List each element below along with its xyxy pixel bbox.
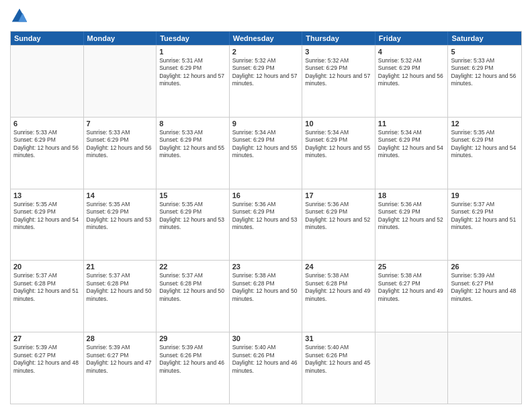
day-info: Sunrise: 5:33 AM Sunset: 6:29 PM Dayligh… (159, 129, 226, 160)
day-number: 29 (159, 334, 226, 342)
weekday-header: Wednesday (230, 32, 303, 45)
logo-icon (10, 7, 29, 26)
day-info: Sunrise: 5:37 AM Sunset: 6:29 PM Dayligh… (451, 201, 519, 232)
day-number: 25 (378, 263, 445, 271)
day-number: 7 (87, 120, 154, 128)
calendar-cell: 5Sunrise: 5:33 AM Sunset: 6:29 PM Daylig… (448, 46, 521, 117)
calendar-cell: 29Sunrise: 5:39 AM Sunset: 6:26 PM Dayli… (157, 332, 230, 404)
calendar-cell (84, 46, 157, 117)
day-number: 16 (232, 191, 300, 199)
calendar-cell: 19Sunrise: 5:37 AM Sunset: 6:29 PM Dayli… (448, 189, 521, 261)
day-number: 26 (451, 263, 519, 271)
weekday-header: Friday (375, 32, 449, 45)
day-number: 3 (305, 48, 372, 56)
day-info: Sunrise: 5:35 AM Sunset: 6:29 PM Dayligh… (451, 129, 519, 160)
calendar-cell: 31Sunrise: 5:40 AM Sunset: 6:26 PM Dayli… (302, 332, 375, 404)
day-number: 15 (159, 191, 226, 199)
day-number: 11 (378, 120, 445, 128)
day-info: Sunrise: 5:38 AM Sunset: 6:28 PM Dayligh… (305, 272, 372, 303)
calendar-cell: 16Sunrise: 5:36 AM Sunset: 6:29 PM Dayli… (230, 189, 303, 261)
day-number: 20 (13, 263, 81, 271)
calendar-cell: 11Sunrise: 5:34 AM Sunset: 6:29 PM Dayli… (375, 118, 449, 189)
day-info: Sunrise: 5:37 AM Sunset: 6:28 PM Dayligh… (159, 272, 226, 303)
day-number: 8 (159, 120, 226, 128)
calendar-cell: 13Sunrise: 5:35 AM Sunset: 6:29 PM Dayli… (11, 189, 84, 261)
logo (10, 7, 32, 26)
day-number: 21 (87, 263, 154, 271)
day-number: 6 (13, 120, 81, 128)
calendar: SundayMondayTuesdayWednesdayThursdayFrid… (10, 31, 522, 404)
day-number: 28 (87, 334, 154, 342)
weekday-header: Saturday (448, 32, 521, 45)
calendar-cell: 22Sunrise: 5:37 AM Sunset: 6:28 PM Dayli… (157, 261, 230, 332)
day-info: Sunrise: 5:33 AM Sunset: 6:29 PM Dayligh… (87, 129, 154, 160)
calendar-cell: 1Sunrise: 5:31 AM Sunset: 6:29 PM Daylig… (157, 46, 230, 117)
calendar-cell: 25Sunrise: 5:38 AM Sunset: 6:27 PM Dayli… (375, 261, 449, 332)
day-number: 19 (451, 191, 519, 199)
day-info: Sunrise: 5:39 AM Sunset: 6:27 PM Dayligh… (451, 272, 519, 303)
day-info: Sunrise: 5:39 AM Sunset: 6:27 PM Dayligh… (87, 344, 154, 375)
calendar-cell: 23Sunrise: 5:38 AM Sunset: 6:28 PM Dayli… (230, 261, 303, 332)
day-number: 4 (378, 48, 445, 56)
calendar-row: 13Sunrise: 5:35 AM Sunset: 6:29 PM Dayli… (11, 189, 521, 261)
calendar-row: 27Sunrise: 5:39 AM Sunset: 6:27 PM Dayli… (11, 332, 521, 404)
day-info: Sunrise: 5:34 AM Sunset: 6:29 PM Dayligh… (305, 129, 372, 160)
day-number: 13 (13, 191, 81, 199)
weekday-header: Tuesday (157, 32, 230, 45)
day-info: Sunrise: 5:38 AM Sunset: 6:28 PM Dayligh… (232, 272, 300, 303)
calendar-cell (448, 332, 521, 404)
calendar-cell (375, 332, 449, 404)
calendar-cell: 15Sunrise: 5:35 AM Sunset: 6:29 PM Dayli… (157, 189, 230, 261)
day-info: Sunrise: 5:32 AM Sunset: 6:29 PM Dayligh… (232, 57, 300, 88)
calendar-cell: 21Sunrise: 5:37 AM Sunset: 6:28 PM Dayli… (84, 261, 157, 332)
calendar-body: 1Sunrise: 5:31 AM Sunset: 6:29 PM Daylig… (11, 45, 521, 404)
day-number: 17 (305, 191, 372, 199)
calendar-cell: 20Sunrise: 5:37 AM Sunset: 6:28 PM Dayli… (11, 261, 84, 332)
calendar-row: 1Sunrise: 5:31 AM Sunset: 6:29 PM Daylig… (11, 45, 521, 117)
day-info: Sunrise: 5:32 AM Sunset: 6:29 PM Dayligh… (378, 57, 445, 88)
calendar-cell: 9Sunrise: 5:34 AM Sunset: 6:29 PM Daylig… (230, 118, 303, 189)
day-info: Sunrise: 5:39 AM Sunset: 6:27 PM Dayligh… (13, 344, 81, 375)
calendar-header: SundayMondayTuesdayWednesdayThursdayFrid… (11, 32, 521, 45)
calendar-cell: 14Sunrise: 5:35 AM Sunset: 6:29 PM Dayli… (84, 189, 157, 261)
calendar-cell: 2Sunrise: 5:32 AM Sunset: 6:29 PM Daylig… (230, 46, 303, 117)
day-info: Sunrise: 5:35 AM Sunset: 6:29 PM Dayligh… (87, 201, 154, 232)
day-info: Sunrise: 5:34 AM Sunset: 6:29 PM Dayligh… (378, 129, 445, 160)
day-number: 31 (305, 334, 372, 342)
day-number: 22 (159, 263, 226, 271)
day-number: 18 (378, 191, 445, 199)
page: SundayMondayTuesdayWednesdayThursdayFrid… (0, 0, 532, 411)
day-info: Sunrise: 5:37 AM Sunset: 6:28 PM Dayligh… (87, 272, 154, 303)
weekday-header: Monday (84, 32, 157, 45)
calendar-cell: 18Sunrise: 5:36 AM Sunset: 6:29 PM Dayli… (375, 189, 449, 261)
day-number: 9 (232, 120, 300, 128)
calendar-cell (11, 46, 84, 117)
day-info: Sunrise: 5:39 AM Sunset: 6:26 PM Dayligh… (159, 344, 226, 375)
day-number: 1 (159, 48, 226, 56)
day-number: 12 (451, 120, 519, 128)
calendar-cell: 30Sunrise: 5:40 AM Sunset: 6:26 PM Dayli… (230, 332, 303, 404)
day-info: Sunrise: 5:33 AM Sunset: 6:29 PM Dayligh… (13, 129, 81, 160)
calendar-cell: 4Sunrise: 5:32 AM Sunset: 6:29 PM Daylig… (375, 46, 449, 117)
day-number: 5 (451, 48, 519, 56)
day-info: Sunrise: 5:36 AM Sunset: 6:29 PM Dayligh… (305, 201, 372, 232)
day-number: 23 (232, 263, 300, 271)
header (10, 7, 522, 26)
day-number: 10 (305, 120, 372, 128)
calendar-cell: 10Sunrise: 5:34 AM Sunset: 6:29 PM Dayli… (302, 118, 375, 189)
calendar-cell: 6Sunrise: 5:33 AM Sunset: 6:29 PM Daylig… (11, 118, 84, 189)
day-info: Sunrise: 5:32 AM Sunset: 6:29 PM Dayligh… (305, 57, 372, 88)
calendar-cell: 24Sunrise: 5:38 AM Sunset: 6:28 PM Dayli… (302, 261, 375, 332)
weekday-header: Thursday (302, 32, 375, 45)
day-number: 27 (13, 334, 81, 342)
day-info: Sunrise: 5:38 AM Sunset: 6:27 PM Dayligh… (378, 272, 445, 303)
day-info: Sunrise: 5:40 AM Sunset: 6:26 PM Dayligh… (232, 344, 300, 375)
day-info: Sunrise: 5:33 AM Sunset: 6:29 PM Dayligh… (451, 57, 519, 88)
day-info: Sunrise: 5:35 AM Sunset: 6:29 PM Dayligh… (159, 201, 226, 232)
weekday-header: Sunday (11, 32, 84, 45)
calendar-cell: 8Sunrise: 5:33 AM Sunset: 6:29 PM Daylig… (157, 118, 230, 189)
calendar-cell: 7Sunrise: 5:33 AM Sunset: 6:29 PM Daylig… (84, 118, 157, 189)
day-number: 14 (87, 191, 154, 199)
day-number: 2 (232, 48, 300, 56)
day-info: Sunrise: 5:36 AM Sunset: 6:29 PM Dayligh… (378, 201, 445, 232)
